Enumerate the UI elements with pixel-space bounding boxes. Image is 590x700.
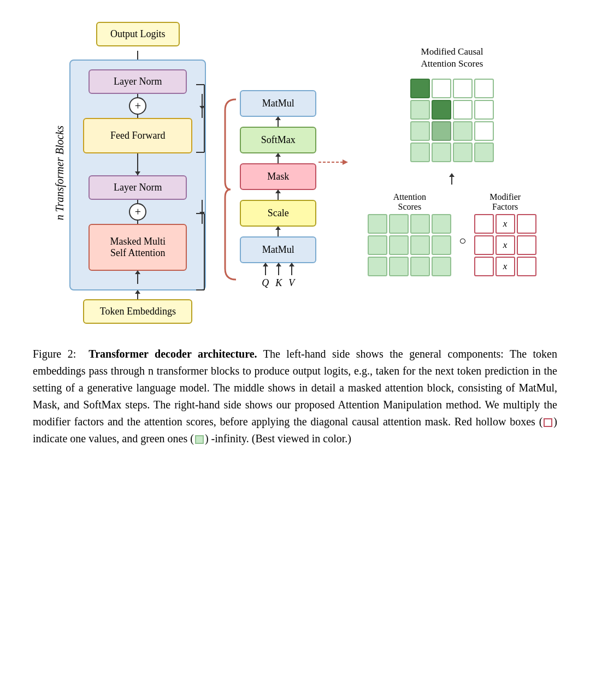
svg-marker-1 bbox=[199, 106, 205, 109]
figure-caption: Figure 2: Transformer decoder architectu… bbox=[33, 346, 557, 447]
q-label: Q bbox=[262, 277, 269, 289]
feed-forward-box: Feed Forward bbox=[83, 118, 192, 153]
plus-circle-bottom: + bbox=[129, 203, 146, 221]
token-embeddings-box: Token Embeddings bbox=[83, 299, 192, 324]
layer-norm-bottom: Layer Norm bbox=[88, 175, 187, 200]
skip-arrow-bottom bbox=[194, 200, 205, 224]
attention-stack: MatMul SoftMax Mask bbox=[240, 90, 316, 289]
transformer-block: Layer Norm + Feed Forward bbox=[69, 60, 206, 290]
left-brace-svg bbox=[222, 97, 239, 282]
modifier-factors-grid: x x x bbox=[474, 214, 536, 278]
attention-scores-label: AttentionScores bbox=[393, 192, 426, 212]
attention-scores-grid bbox=[368, 214, 451, 278]
caption-text-3: ) -infinity. (Best viewed in color.) bbox=[205, 432, 351, 444]
scale-box: Scale bbox=[240, 200, 316, 227]
modifier-factors-label: ModifierFactors bbox=[489, 192, 521, 212]
figure-title: Transformer decoder architecture. bbox=[88, 348, 257, 360]
figure-label: Figure 2: bbox=[33, 348, 76, 360]
red-box-icon bbox=[544, 418, 552, 427]
matmul-top-box: MatMul bbox=[240, 90, 316, 117]
operator-symbol: ○ bbox=[459, 234, 466, 248]
plus-circle-top: + bbox=[129, 97, 146, 115]
svg-marker-11 bbox=[343, 159, 348, 165]
green-box-icon bbox=[195, 435, 204, 444]
modified-title: Modified CausalAttention Scores bbox=[421, 46, 483, 70]
output-logits-box: Output Logits bbox=[96, 22, 180, 46]
dashed-arrow-mask bbox=[318, 157, 351, 168]
right-section: Modified CausalAttention Scores bbox=[368, 46, 536, 278]
n-transformer-label: n Transformer Blocks bbox=[54, 126, 66, 220]
matmul-bottom-box: MatMul bbox=[240, 236, 316, 263]
v-label: V bbox=[288, 277, 294, 289]
masked-attention-box: Masked Multi Self Attention bbox=[88, 224, 187, 271]
modified-scores-grid bbox=[410, 79, 494, 164]
softmax-box: SoftMax bbox=[240, 127, 316, 153]
mask-box: Mask bbox=[240, 163, 316, 190]
skip-arrow-top bbox=[194, 94, 205, 118]
layer-norm-top: Layer Norm bbox=[88, 69, 187, 94]
k-label: K bbox=[275, 277, 282, 289]
svg-marker-3 bbox=[199, 212, 205, 215]
